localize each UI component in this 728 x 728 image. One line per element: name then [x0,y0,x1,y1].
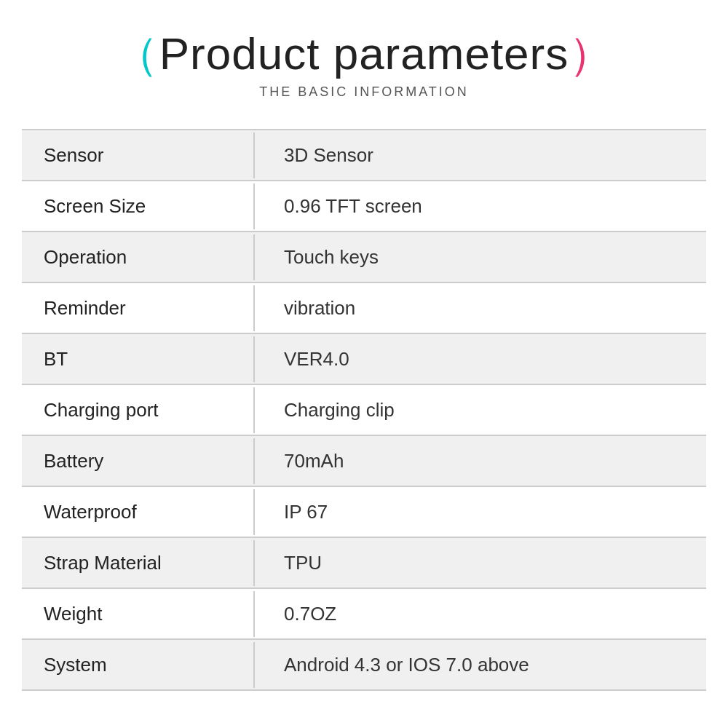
main-title: （Product parameters） [15,29,713,79]
table-row: Charging portCharging clip [22,385,706,436]
spec-label: Waterproof [22,489,255,535]
table-row: Battery70mAh [22,436,706,487]
table-row: BTVER4.0 [22,334,706,385]
spec-label: Reminder [22,285,255,331]
bracket-left-icon: （ [114,28,159,79]
spec-label: Charging port [22,387,255,433]
spec-value: Charging clip [255,387,706,433]
table-row: OperationTouch keys [22,232,706,283]
spec-value: Touch keys [255,234,706,280]
spec-value: Android 4.3 or IOS 7.0 above [255,642,706,688]
spec-value: VER4.0 [255,336,706,382]
table-row: Screen Size0.96 TFT screen [22,181,706,232]
spec-value: 0.7OZ [255,591,706,637]
table-row: Sensor3D Sensor [22,130,706,181]
title-text: Product parameters [159,28,569,79]
subtitle: THE BASIC INFORMATION [15,84,713,100]
table-row: Weight0.7OZ [22,589,706,640]
spec-value: 3D Sensor [255,132,706,178]
spec-value: 0.96 TFT screen [255,183,706,229]
spec-value: 70mAh [255,438,706,484]
spec-label: BT [22,336,255,382]
spec-value: vibration [255,285,706,331]
spec-label: Battery [22,438,255,484]
spec-value: IP 67 [255,489,706,535]
spec-label: System [22,642,255,688]
spec-value: TPU [255,540,706,586]
specs-table: Sensor3D SensorScreen Size0.96 TFT scree… [22,129,706,691]
table-row: SystemAndroid 4.3 or IOS 7.0 above [22,640,706,691]
table-row: Remindervibration [22,283,706,334]
header-section: （Product parameters） THE BASIC INFORMATI… [0,0,728,114]
table-row: WaterproofIP 67 [22,487,706,538]
bracket-right-icon: ） [569,28,614,79]
spec-label: Screen Size [22,183,255,229]
spec-label: Operation [22,234,255,280]
spec-label: Sensor [22,132,255,178]
table-row: Strap MaterialTPU [22,538,706,589]
spec-label: Weight [22,591,255,637]
spec-label: Strap Material [22,540,255,586]
